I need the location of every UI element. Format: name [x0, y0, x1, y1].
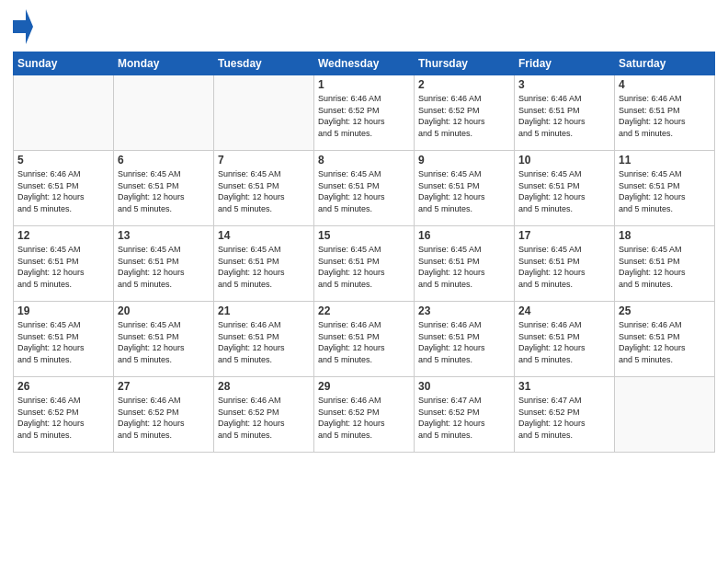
calendar-day-cell — [214, 75, 314, 151]
day-number: 3 — [518, 78, 610, 91]
day-number: 18 — [619, 229, 711, 242]
day-info: Sunrise: 6:46 AM Sunset: 6:51 PM Dayligh… — [218, 319, 310, 365]
calendar-day-cell — [615, 377, 715, 453]
calendar-day-cell: 31Sunrise: 6:47 AM Sunset: 6:52 PM Dayli… — [515, 377, 615, 453]
day-info: Sunrise: 6:45 AM Sunset: 6:51 PM Dayligh… — [318, 168, 410, 214]
calendar-day-cell: 9Sunrise: 6:45 AM Sunset: 6:51 PM Daylig… — [415, 151, 515, 226]
calendar-day-cell: 7Sunrise: 6:45 AM Sunset: 6:51 PM Daylig… — [214, 151, 314, 226]
calendar-day-cell: 18Sunrise: 6:45 AM Sunset: 6:51 PM Dayli… — [615, 226, 715, 302]
day-info: Sunrise: 6:46 AM Sunset: 6:51 PM Dayligh… — [418, 319, 510, 365]
day-info: Sunrise: 6:45 AM Sunset: 6:51 PM Dayligh… — [17, 319, 109, 365]
calendar-day-cell: 8Sunrise: 6:45 AM Sunset: 6:51 PM Daylig… — [314, 151, 415, 226]
day-number: 16 — [418, 229, 510, 242]
day-number: 17 — [518, 229, 610, 242]
day-info: Sunrise: 6:45 AM Sunset: 6:51 PM Dayligh… — [218, 244, 310, 290]
day-info: Sunrise: 6:46 AM Sunset: 6:51 PM Dayligh… — [518, 319, 610, 365]
calendar-day-cell: 2Sunrise: 6:46 AM Sunset: 6:52 PM Daylig… — [415, 75, 515, 151]
day-info: Sunrise: 6:45 AM Sunset: 6:51 PM Dayligh… — [518, 168, 610, 214]
day-info: Sunrise: 6:46 AM Sunset: 6:51 PM Dayligh… — [619, 319, 711, 365]
day-number: 6 — [118, 154, 210, 167]
day-info: Sunrise: 6:45 AM Sunset: 6:51 PM Dayligh… — [118, 319, 210, 365]
calendar-week-row: 12Sunrise: 6:45 AM Sunset: 6:51 PM Dayli… — [14, 226, 715, 302]
weekday-header: Sunday — [14, 52, 114, 75]
weekday-header: Tuesday — [214, 52, 314, 75]
calendar-day-cell: 27Sunrise: 6:46 AM Sunset: 6:52 PM Dayli… — [114, 377, 214, 453]
calendar-week-row: 5Sunrise: 6:46 AM Sunset: 6:51 PM Daylig… — [14, 151, 715, 226]
day-number: 31 — [518, 380, 610, 393]
calendar-day-cell: 11Sunrise: 6:45 AM Sunset: 6:51 PM Dayli… — [615, 151, 715, 226]
header — [13, 9, 715, 44]
calendar-day-cell — [114, 75, 214, 151]
day-info: Sunrise: 6:45 AM Sunset: 6:51 PM Dayligh… — [619, 168, 711, 214]
day-info: Sunrise: 6:45 AM Sunset: 6:51 PM Dayligh… — [518, 244, 610, 290]
day-number: 10 — [518, 154, 610, 167]
day-info: Sunrise: 6:47 AM Sunset: 6:52 PM Dayligh… — [518, 395, 610, 441]
calendar-day-cell: 26Sunrise: 6:46 AM Sunset: 6:52 PM Dayli… — [14, 377, 114, 453]
calendar-day-cell: 25Sunrise: 6:46 AM Sunset: 6:51 PM Dayli… — [615, 302, 715, 377]
day-number: 15 — [318, 229, 410, 242]
day-info: Sunrise: 6:46 AM Sunset: 6:51 PM Dayligh… — [619, 93, 711, 139]
day-number: 2 — [418, 78, 510, 91]
calendar-day-cell: 16Sunrise: 6:45 AM Sunset: 6:51 PM Dayli… — [415, 226, 515, 302]
calendar-day-cell: 28Sunrise: 6:46 AM Sunset: 6:52 PM Dayli… — [214, 377, 314, 453]
calendar-day-cell: 17Sunrise: 6:45 AM Sunset: 6:51 PM Dayli… — [515, 226, 615, 302]
day-info: Sunrise: 6:45 AM Sunset: 6:51 PM Dayligh… — [619, 244, 711, 290]
logo — [13, 9, 37, 44]
weekday-header: Friday — [515, 52, 615, 75]
day-info: Sunrise: 6:45 AM Sunset: 6:51 PM Dayligh… — [418, 168, 510, 214]
day-info: Sunrise: 6:45 AM Sunset: 6:51 PM Dayligh… — [118, 168, 210, 214]
day-info: Sunrise: 6:46 AM Sunset: 6:51 PM Dayligh… — [518, 93, 610, 139]
day-number: 1 — [318, 78, 410, 91]
calendar-week-row: 26Sunrise: 6:46 AM Sunset: 6:52 PM Dayli… — [14, 377, 715, 453]
day-number: 21 — [218, 304, 310, 317]
day-info: Sunrise: 6:46 AM Sunset: 6:52 PM Dayligh… — [118, 395, 210, 441]
calendar-week-row: 1Sunrise: 6:46 AM Sunset: 6:52 PM Daylig… — [14, 75, 715, 151]
day-number: 27 — [118, 380, 210, 393]
calendar-day-cell: 4Sunrise: 6:46 AM Sunset: 6:51 PM Daylig… — [615, 75, 715, 151]
day-number: 24 — [518, 304, 610, 317]
day-info: Sunrise: 6:45 AM Sunset: 6:51 PM Dayligh… — [418, 244, 510, 290]
calendar-week-row: 19Sunrise: 6:45 AM Sunset: 6:51 PM Dayli… — [14, 302, 715, 377]
calendar-day-cell: 22Sunrise: 6:46 AM Sunset: 6:51 PM Dayli… — [314, 302, 415, 377]
calendar-day-cell: 30Sunrise: 6:47 AM Sunset: 6:52 PM Dayli… — [415, 377, 515, 453]
weekday-header: Monday — [114, 52, 214, 75]
day-info: Sunrise: 6:46 AM Sunset: 6:51 PM Dayligh… — [318, 319, 410, 365]
day-info: Sunrise: 6:46 AM Sunset: 6:52 PM Dayligh… — [17, 395, 109, 441]
day-number: 23 — [418, 304, 510, 317]
calendar-day-cell: 29Sunrise: 6:46 AM Sunset: 6:52 PM Dayli… — [314, 377, 415, 453]
day-number: 4 — [619, 78, 711, 91]
day-number: 19 — [17, 304, 109, 317]
day-info: Sunrise: 6:45 AM Sunset: 6:51 PM Dayligh… — [318, 244, 410, 290]
calendar-table: SundayMondayTuesdayWednesdayThursdayFrid… — [13, 52, 715, 453]
svg-marker-0 — [13, 9, 33, 44]
calendar-day-cell — [14, 75, 114, 151]
calendar-day-cell: 13Sunrise: 6:45 AM Sunset: 6:51 PM Dayli… — [114, 226, 214, 302]
calendar-day-cell: 3Sunrise: 6:46 AM Sunset: 6:51 PM Daylig… — [515, 75, 615, 151]
day-number: 25 — [619, 304, 711, 317]
day-number: 9 — [418, 154, 510, 167]
weekday-header: Thursday — [415, 52, 515, 75]
calendar-day-cell: 5Sunrise: 6:46 AM Sunset: 6:51 PM Daylig… — [14, 151, 114, 226]
calendar-day-cell: 12Sunrise: 6:45 AM Sunset: 6:51 PM Dayli… — [14, 226, 114, 302]
day-number: 30 — [418, 380, 510, 393]
day-info: Sunrise: 6:46 AM Sunset: 6:51 PM Dayligh… — [17, 168, 109, 214]
day-number: 29 — [318, 380, 410, 393]
day-number: 8 — [318, 154, 410, 167]
weekday-header: Wednesday — [314, 52, 415, 75]
calendar-day-cell: 23Sunrise: 6:46 AM Sunset: 6:51 PM Dayli… — [415, 302, 515, 377]
day-info: Sunrise: 6:46 AM Sunset: 6:52 PM Dayligh… — [218, 395, 310, 441]
day-number: 28 — [218, 380, 310, 393]
day-info: Sunrise: 6:46 AM Sunset: 6:52 PM Dayligh… — [318, 395, 410, 441]
calendar-header-row: SundayMondayTuesdayWednesdayThursdayFrid… — [14, 52, 715, 75]
day-info: Sunrise: 6:46 AM Sunset: 6:52 PM Dayligh… — [418, 93, 510, 139]
weekday-header: Saturday — [615, 52, 715, 75]
calendar-day-cell: 21Sunrise: 6:46 AM Sunset: 6:51 PM Dayli… — [214, 302, 314, 377]
calendar-day-cell: 20Sunrise: 6:45 AM Sunset: 6:51 PM Dayli… — [114, 302, 214, 377]
day-number: 11 — [619, 154, 711, 167]
day-info: Sunrise: 6:45 AM Sunset: 6:51 PM Dayligh… — [17, 244, 109, 290]
calendar-day-cell: 14Sunrise: 6:45 AM Sunset: 6:51 PM Dayli… — [214, 226, 314, 302]
calendar-day-cell: 6Sunrise: 6:45 AM Sunset: 6:51 PM Daylig… — [114, 151, 214, 226]
day-info: Sunrise: 6:45 AM Sunset: 6:51 PM Dayligh… — [218, 168, 310, 214]
logo-arrow-icon — [13, 9, 33, 44]
day-info: Sunrise: 6:46 AM Sunset: 6:52 PM Dayligh… — [318, 93, 410, 139]
